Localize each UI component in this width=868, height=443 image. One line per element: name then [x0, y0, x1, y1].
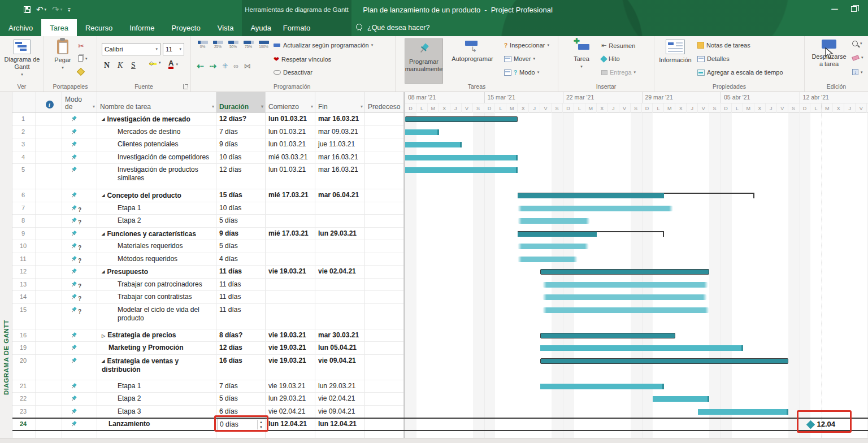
task-mode-cell-21[interactable]: [62, 380, 97, 393]
start-cell-19[interactable]: vie 19.03.21: [266, 342, 315, 355]
start-cell-7[interactable]: [266, 202, 315, 215]
empty-cell[interactable]: [216, 431, 266, 438]
details-button[interactable]: Detalles: [697, 55, 730, 62]
task-name-cell-6[interactable]: ◢Concepto del producto: [97, 189, 216, 202]
predecessors-cell-23[interactable]: [365, 406, 403, 419]
predecessors-cell-2[interactable]: [365, 126, 403, 139]
filter-icon[interactable]: ▾: [212, 103, 214, 110]
gantt-bar-row-19[interactable]: [540, 345, 743, 351]
row-number-cell-6[interactable]: 6: [12, 189, 36, 202]
predecessors-cell-11[interactable]: [365, 253, 403, 266]
finish-cell-4[interactable]: mar 16.03.21: [315, 151, 365, 164]
gantt-bar-row-21[interactable]: [540, 384, 664, 389]
finish-cell-20[interactable]: vie 09.04.21: [315, 355, 365, 380]
gantt-bar-row-9[interactable]: [518, 232, 597, 237]
fill-button[interactable]: ↓▾: [852, 69, 863, 75]
tab-archivo[interactable]: Archivo: [0, 19, 41, 36]
start-cell-15[interactable]: [266, 304, 315, 329]
task-name-cell-24[interactable]: Lanzamiento: [97, 418, 216, 431]
task-name-cell-5[interactable]: Investigación de productos similares: [97, 164, 216, 189]
task-name-cell-20[interactable]: ◢Estrategia de ventas y distribución: [97, 355, 216, 380]
font-color-button[interactable]: A▾: [168, 60, 178, 69]
task-mode-cell-5[interactable]: [62, 164, 97, 189]
finish-cell-2[interactable]: mar 09.03.21: [315, 126, 365, 139]
finish-cell-21[interactable]: lun 29.03.21: [315, 380, 365, 393]
info-cell-2[interactable]: [36, 126, 62, 139]
tab-vista[interactable]: Vista: [209, 19, 242, 36]
predecessors-cell-14[interactable]: [365, 291, 403, 304]
info-cell-24[interactable]: [36, 418, 62, 431]
info-cell-4[interactable]: [36, 151, 62, 164]
respect-links-button[interactable]: ❤ Respetar vínculos: [274, 55, 331, 63]
task-mode-cell-19[interactable]: [62, 342, 97, 355]
gantt-bar-row-13[interactable]: [542, 282, 708, 288]
predecessors-cell-4[interactable]: [365, 151, 403, 164]
duration-cell-10[interactable]: 5 días: [216, 240, 266, 253]
task-mode-cell-11[interactable]: ?: [62, 253, 97, 266]
start-cell-10[interactable]: [266, 240, 315, 253]
gantt-bar-row-3[interactable]: [405, 142, 462, 147]
task-mode-cell-22[interactable]: [62, 393, 97, 406]
mode-column-header[interactable]: Modode ▾: [62, 92, 97, 112]
row-number-cell-3[interactable]: 3: [12, 138, 36, 151]
task-mode-cell-4[interactable]: [62, 151, 97, 164]
task-name-cell-10[interactable]: Materiales requeridos: [97, 240, 216, 253]
finish-cell-15[interactable]: [315, 304, 365, 329]
duration-cell-2[interactable]: 7 días: [216, 126, 266, 139]
row-number-cell-20[interactable]: 20: [12, 355, 36, 380]
gantt-bar-row-7[interactable]: [518, 206, 673, 211]
finish-cell-3[interactable]: jue 11.03.21: [315, 138, 365, 151]
start-cell-3[interactable]: lun 01.03.21: [266, 138, 315, 151]
task-name-cell-11[interactable]: Métodos requeridos: [97, 253, 216, 266]
task-name-cell-21[interactable]: Etapa 1: [97, 380, 216, 393]
info-cell-9[interactable]: [36, 228, 62, 241]
gantt-bar-row-16[interactable]: [540, 333, 675, 338]
info-cell-3[interactable]: [36, 138, 62, 151]
info-cell-14[interactable]: [36, 291, 62, 304]
bold-button[interactable]: N: [104, 61, 115, 70]
duration-cell-4[interactable]: 10 días: [216, 151, 266, 164]
task-mode-cell-9[interactable]: [62, 228, 97, 241]
finish-cell-16[interactable]: mar 30.03.21: [315, 329, 365, 342]
row-number-cell-2[interactable]: 2: [12, 126, 36, 139]
info-cell-6[interactable]: [36, 189, 62, 202]
start-cell-23[interactable]: vie 02.04.21: [266, 406, 315, 419]
finish-cell-7[interactable]: [315, 202, 365, 215]
gantt-bar-row-14[interactable]: [542, 294, 707, 300]
inactivate-button[interactable]: Desactivar: [274, 69, 313, 76]
collapse-icon[interactable]: ◢: [102, 193, 105, 197]
predecessors-cell-19[interactable]: [365, 342, 403, 355]
empty-cell[interactable]: [12, 431, 36, 438]
font-size-select[interactable]: 11▾: [163, 43, 184, 55]
insert-summary-button[interactable]: ⇤ Resumen: [601, 42, 635, 49]
tab-tarea[interactable]: Tarea: [41, 19, 77, 36]
start-cell-16[interactable]: vie 19.03.21: [266, 329, 315, 342]
save-icon[interactable]: [24, 6, 31, 13]
info-cell-13[interactable]: [36, 279, 62, 292]
timescale-header[interactable]: 08 mar '2115 mar '2122 mar '2129 mar '21…: [405, 92, 868, 113]
update-as-scheduled-button[interactable]: Actualizar según programación▾: [274, 42, 373, 49]
outdent-task-icon[interactable]: ⇠: [197, 61, 204, 71]
task-mode-cell-12[interactable]: [62, 266, 97, 279]
row-number-cell-12[interactable]: 12: [12, 266, 36, 279]
percent-100-button[interactable]: 100%: [257, 41, 271, 49]
percent-50-button[interactable]: 50%: [226, 41, 240, 49]
row-number-cell-14[interactable]: 14: [12, 291, 36, 304]
inspect-button[interactable]: ? Inspeccionar▾: [504, 42, 549, 49]
start-cell-8[interactable]: [266, 215, 315, 228]
gantt-chart-view-button[interactable]: Diagrama de Gantt ▾: [4, 40, 40, 78]
row-number-cell-19[interactable]: 19: [12, 342, 36, 355]
copy-button[interactable]: ▾: [78, 55, 88, 62]
duration-cell-5[interactable]: 12 días: [216, 164, 266, 189]
start-cell-5[interactable]: lun 01.03.21: [266, 164, 315, 189]
start-cell-1[interactable]: lun 01.03.21: [266, 113, 315, 126]
duration-cell-12[interactable]: 11 días: [216, 266, 266, 279]
finish-cell-1[interactable]: mar 16.03.21: [315, 113, 365, 126]
predecessors-cell-21[interactable]: [365, 380, 403, 393]
info-cell-1[interactable]: [36, 113, 62, 126]
predecessors-column-header[interactable]: Predeceso: [365, 92, 403, 112]
duration-cell-14[interactable]: 11 días: [216, 291, 266, 304]
predecessors-cell-6[interactable]: [365, 189, 403, 202]
empty-cell[interactable]: [365, 431, 403, 438]
task-name-cell-1[interactable]: ◢Investigación de mercado: [97, 113, 216, 126]
